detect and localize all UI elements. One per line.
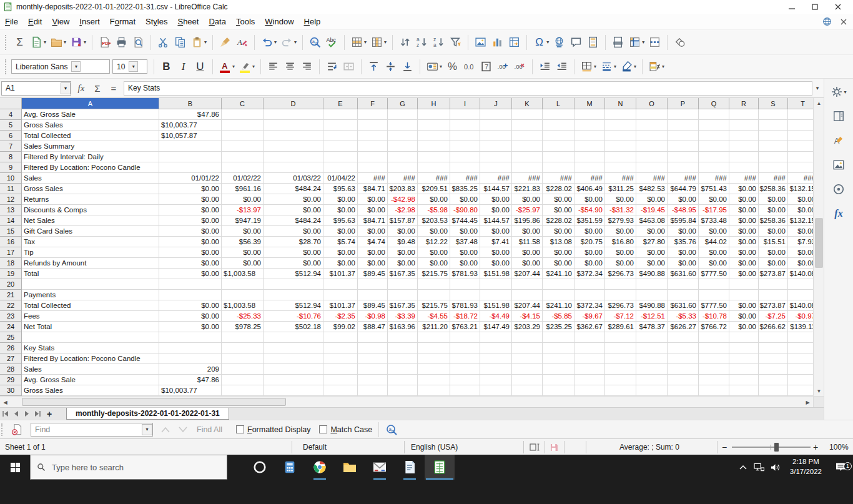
cell-D16[interactable]: $28.70 (264, 237, 323, 247)
cell-G6[interactable] (388, 131, 418, 141)
cell-L21[interactable] (543, 290, 574, 300)
cell-F5[interactable] (358, 120, 388, 131)
cell-N10[interactable]: ### (605, 173, 636, 184)
cell-N6[interactable] (605, 131, 636, 141)
insert-mode-indicator[interactable] (530, 439, 541, 455)
cell-T14[interactable]: $132.15 (788, 215, 813, 226)
cell-B17[interactable]: $0.00 (159, 247, 222, 258)
cell-O30[interactable] (636, 385, 668, 396)
cell-N7[interactable] (605, 141, 636, 152)
next-sheet-icon[interactable] (21, 408, 32, 420)
row-header-22[interactable]: 22 (0, 300, 22, 311)
horizontal-scrollbar[interactable]: ◀ ▶ (0, 396, 813, 407)
cell-L16[interactable]: $13.08 (543, 237, 574, 247)
cell-Q30[interactable] (699, 385, 729, 396)
cell-T11[interactable]: $132.15 (788, 184, 813, 194)
cell-L10[interactable]: ### (543, 173, 574, 184)
conditional-formatting-button[interactable]: ▾ (646, 57, 666, 76)
cell-S20[interactable] (759, 279, 788, 290)
cell-T7[interactable] (788, 141, 813, 152)
special-character-button[interactable]: Ω▾ (531, 33, 551, 52)
cell-D9[interactable] (264, 162, 323, 173)
cell-A18[interactable]: Refunds by Amount (22, 258, 159, 269)
cell-C25[interactable] (222, 332, 264, 343)
cell-I15[interactable]: $0.00 (450, 226, 480, 237)
cell-O14[interactable]: $463.08 (636, 215, 668, 226)
cell-C20[interactable] (222, 279, 264, 290)
cell-G10[interactable]: ### (388, 173, 418, 184)
toolbar-grip[interactable] (1, 423, 5, 436)
cell-N17[interactable]: $0.00 (605, 247, 636, 258)
insert-image-button[interactable] (472, 33, 489, 52)
highlight-color-button[interactable]: ▾ (237, 57, 257, 76)
cell-K12[interactable]: $0.00 (512, 194, 543, 205)
cell-C12[interactable]: $0.00 (222, 194, 264, 205)
cell-I13[interactable]: -$90.80 (450, 205, 480, 215)
toolbar-grip[interactable] (5, 59, 9, 74)
cell-M12[interactable]: $0.00 (574, 194, 605, 205)
cell-I20[interactable] (450, 279, 480, 290)
cell-K28[interactable] (512, 364, 543, 375)
cell-F4[interactable] (358, 109, 388, 120)
row-header-16[interactable]: 16 (0, 237, 22, 247)
column-header-F[interactable]: F (358, 98, 388, 109)
cell-G11[interactable]: $203.83 (388, 184, 418, 194)
cell-C14[interactable]: $947.19 (222, 215, 264, 226)
cell-O19[interactable]: $490.88 (636, 269, 668, 279)
cell-T27[interactable] (788, 353, 813, 364)
cell-H15[interactable]: $0.00 (418, 226, 450, 237)
cell-Q11[interactable]: $751.43 (699, 184, 729, 194)
hyperlink-button[interactable] (551, 33, 568, 52)
cell-K30[interactable] (512, 385, 543, 396)
cell-P21[interactable] (668, 290, 699, 300)
cell-T6[interactable] (788, 131, 813, 141)
cell-G16[interactable]: $9.48 (388, 237, 418, 247)
paste-button[interactable]: ▾ (189, 33, 209, 52)
cell-S9[interactable] (759, 162, 788, 173)
row-header-30[interactable]: 30 (0, 385, 22, 396)
spelling-button[interactable]: Abc (323, 33, 340, 52)
cell-B28[interactable]: 209 (159, 364, 222, 375)
cell-B23[interactable]: $0.00 (159, 311, 222, 322)
checkbox-formatted-display[interactable] (236, 425, 244, 433)
cell-H12[interactable]: $0.00 (418, 194, 450, 205)
cell-H21[interactable] (418, 290, 450, 300)
cell-E21[interactable] (323, 290, 358, 300)
dropdown-arrow[interactable]: ▾ (662, 64, 664, 69)
column-header-L[interactable]: L (543, 98, 574, 109)
cell-B12[interactable]: $0.00 (159, 194, 222, 205)
cell-S18[interactable]: $0.00 (759, 258, 788, 269)
cell-S25[interactable] (759, 332, 788, 343)
cell-T13[interactable]: $0.00 (788, 205, 813, 215)
column-header-O[interactable]: O (636, 98, 668, 109)
cell-A26[interactable]: Key Stats (22, 343, 159, 353)
cell-R18[interactable]: $0.00 (729, 258, 759, 269)
spreadsheet-grid[interactable]: ABCDEFGHIJKLMNOPQRST4Avg. Gross Sale$47.… (0, 98, 813, 396)
cell-A8[interactable]: Filtered By Interval: Daily (22, 152, 159, 162)
cell-E12[interactable]: $0.00 (323, 194, 358, 205)
page-style-status[interactable]: Default (303, 439, 327, 455)
cell-S17[interactable]: $0.00 (759, 247, 788, 258)
cell-J26[interactable] (480, 343, 512, 353)
draw-functions-button[interactable] (671, 33, 688, 52)
cell-M19[interactable]: $372.34 (574, 269, 605, 279)
cell-L28[interactable] (543, 364, 574, 375)
cell-C22[interactable]: $1,003.58 (222, 300, 264, 311)
previous-sheet-icon[interactable] (11, 408, 21, 420)
cell-F23[interactable]: -$0.98 (358, 311, 388, 322)
sidebar-properties-button[interactable] (830, 108, 847, 124)
chevron-down-icon[interactable]: ▾ (71, 61, 81, 72)
column-header-J[interactable]: J (480, 98, 512, 109)
dropdown-arrow[interactable]: ▾ (64, 39, 66, 45)
cell-C8[interactable] (222, 152, 264, 162)
menu-sheet[interactable]: Sheet (172, 15, 204, 28)
cell-F27[interactable] (358, 353, 388, 364)
cell-C4[interactable] (222, 109, 264, 120)
increase-indent-button[interactable] (536, 57, 553, 76)
sort-ascending-button[interactable]: az (413, 33, 430, 52)
cell-C18[interactable]: $0.00 (222, 258, 264, 269)
cell-L29[interactable] (543, 375, 574, 385)
cell-O6[interactable] (636, 131, 668, 141)
cell-S22[interactable]: $273.87 (759, 300, 788, 311)
cell-H19[interactable]: $215.75 (418, 269, 450, 279)
